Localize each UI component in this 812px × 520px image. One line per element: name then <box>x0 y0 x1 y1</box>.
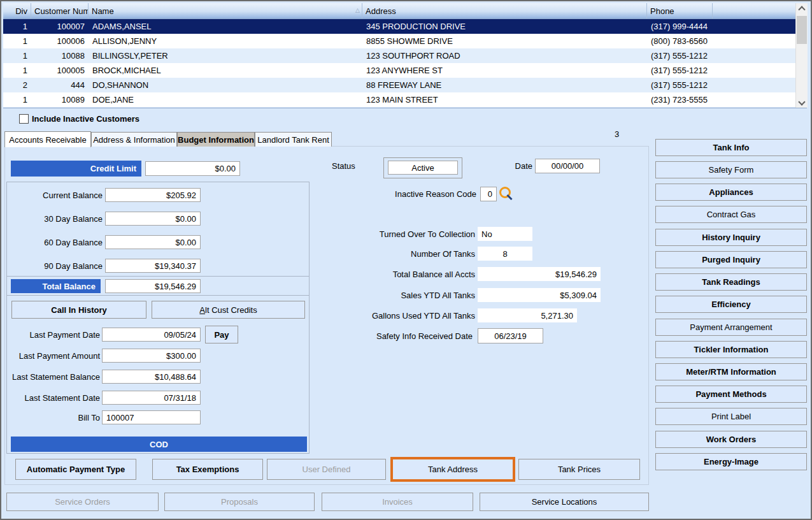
date-label: Date <box>492 160 532 171</box>
purged-inquiry-button[interactable]: Purged Inquiry <box>655 251 807 268</box>
automatic-payment-type-button[interactable]: Automatic Payment Type <box>15 459 136 480</box>
payment-methods-button[interactable]: Payment Methods <box>655 386 807 403</box>
last-statement-date-field[interactable]: 07/31/18 <box>102 391 201 405</box>
tab-budget-information[interactable]: Budget Information <box>177 132 255 147</box>
cell-customer-number: 444 <box>31 78 89 92</box>
balance-30-field[interactable]: $0.00 <box>105 212 201 226</box>
safety-info-date-label: Safety Info Received Date <box>320 328 473 343</box>
cell-phone: (317) 555-1212 <box>647 48 713 63</box>
table-row[interactable]: 1 10088 BILLINGSLY,PETER 123 SOUTHPORT R… <box>3 48 795 63</box>
inactive-reason-label: Inactive Reason Code <box>358 187 476 201</box>
inactive-reason-field[interactable]: 0 <box>480 187 497 201</box>
pay-button[interactable]: Pay <box>205 326 238 343</box>
appliances-button[interactable]: Appliances <box>655 184 807 201</box>
print-label-button[interactable]: Print Label <box>655 408 807 425</box>
cell-address: 123 ANYWHERE ST <box>362 63 647 78</box>
scroll-up-icon[interactable] <box>796 3 808 13</box>
balance-60-label: 60 Day Balance <box>8 235 103 249</box>
cell-name: DO,SHANNON <box>89 78 362 92</box>
balance-30-label: 30 Day Balance <box>8 212 103 226</box>
energy-image-button[interactable]: Energy-Image <box>655 453 807 470</box>
last-statement-balance-field[interactable]: $10,488.64 <box>102 370 201 384</box>
cell-customer-number: 100007 <box>31 19 89 34</box>
table-scrollbar[interactable] <box>795 3 808 108</box>
work-orders-button[interactable]: Work Orders <box>655 431 807 448</box>
cell-div: 1 <box>3 48 31 63</box>
table-row[interactable]: 2 444 DO,SHANNON 88 FREEWAY LANE (317) 5… <box>3 78 795 92</box>
cell-address: 88 FREEWAY LANE <box>362 78 647 92</box>
include-inactive-label: Include Inactive Customers <box>32 113 139 124</box>
record-count: 3 <box>615 129 619 139</box>
cell-div: 1 <box>3 19 31 34</box>
cell-address: 123 MAIN STREET <box>362 92 647 107</box>
table-row[interactable]: 1 100007 ADAMS,ANSEL 345 PRODUCTION DRIV… <box>3 19 795 34</box>
cell-phone: (317) 555-1212 <box>647 63 713 78</box>
column-header-phone[interactable]: Phone <box>647 3 713 18</box>
call-in-history-button[interactable]: Call In History <box>11 301 146 319</box>
credit-limit-field[interactable]: $0.00 <box>145 161 240 176</box>
sales-ytd-label: Sales YTD All Tanks <box>320 288 475 302</box>
tickler-information-button[interactable]: Tickler Information <box>655 341 807 358</box>
tab-address-information[interactable]: Address & Information <box>91 132 177 147</box>
safety-form-button[interactable]: Safety Form <box>655 161 807 178</box>
column-header-name[interactable]: Name △ <box>89 3 362 18</box>
cell-name: ALLISON,JENNY <box>89 34 362 48</box>
number-of-tanks-label: Number Of Tanks <box>320 247 475 261</box>
contract-gas-button[interactable]: Contract Gas <box>655 206 807 223</box>
bill-to-field[interactable]: 100007 <box>102 410 201 424</box>
meter-rtm-information-button[interactable]: Meter/RTM Information <box>655 363 807 380</box>
column-header-customer-number[interactable]: Customer Number <box>31 3 89 18</box>
cell-phone: (317) 555-1212 <box>647 78 713 92</box>
tank-info-button[interactable]: Tank Info <box>655 139 807 156</box>
bill-to-label: Bill To <box>36 410 100 424</box>
status-label: Status <box>332 160 355 171</box>
total-balance-field[interactable]: $19,546.29 <box>105 279 201 293</box>
current-balance-field[interactable]: $205.92 <box>105 188 201 202</box>
include-inactive-checkbox[interactable] <box>19 114 29 124</box>
total-balance-all-accts-field: $19,546.29 <box>478 267 601 281</box>
credit-limit-label: Credit Limit <box>11 161 141 177</box>
service-locations-button[interactable]: Service Locations <box>480 493 649 511</box>
alt-cust-credits-button[interactable]: Alt Cust Credits <box>152 301 305 319</box>
tab-accounts-receivable[interactable]: Accounts Receivable <box>4 131 91 147</box>
cell-phone: (800) 783-6560 <box>647 34 713 48</box>
history-inquiry-button[interactable]: History Inquiry <box>655 229 807 246</box>
cell-div: 1 <box>3 34 31 48</box>
table-row[interactable]: 1 100005 BROCK,MICHAEL 123 ANYWHERE ST (… <box>3 63 795 78</box>
scroll-down-icon[interactable] <box>796 98 808 108</box>
last-statement-balance-label: Last Statement Balance <box>4 370 100 384</box>
cell-address: 345 PRODUCTION DRIVE <box>362 19 647 34</box>
safety-info-date-field[interactable]: 06/23/19 <box>478 328 543 343</box>
scrollbar-thumb[interactable] <box>797 16 807 44</box>
tab-landlord-tank-rent[interactable]: Landlord Tank Rent <box>255 132 332 147</box>
efficiency-button[interactable]: Efficiency <box>655 296 807 313</box>
last-payment-date-field[interactable]: 09/05/24 <box>102 328 201 342</box>
table-row[interactable]: 1 10089 DOE,JANE 123 MAIN STREET (231) 7… <box>3 92 795 107</box>
cell-customer-number: 10089 <box>31 92 89 107</box>
payment-arrangement-button[interactable]: Payment Arrangement <box>655 319 807 336</box>
cell-name: DOE,JANE <box>89 92 362 107</box>
cell-phone: (231) 723-5555 <box>647 92 713 107</box>
number-of-tanks-field: 8 <box>478 247 532 261</box>
service-orders-button: Service Orders <box>6 493 159 511</box>
balance-90-field[interactable]: $19,340.37 <box>105 259 201 273</box>
divider <box>7 276 309 277</box>
balance-90-label: 90 Day Balance <box>8 259 103 273</box>
cell-name: BROCK,MICHAEL <box>89 63 362 78</box>
column-header-div[interactable]: Div <box>3 3 31 18</box>
lookup-magnifier-icon[interactable] <box>499 187 511 198</box>
gallons-used-ytd-field: 5,271.30 <box>478 308 577 322</box>
last-statement-date-label: Last Statement Date <box>4 391 100 405</box>
table-row[interactable]: 1 100006 ALLISON,JENNY 8855 SHOWME DRIVE… <box>3 34 795 48</box>
last-payment-amount-label: Last Payment Amount <box>4 349 100 363</box>
column-header-address[interactable]: Address <box>362 3 647 18</box>
total-balance-label: Total Balance <box>11 279 101 293</box>
tank-readings-button[interactable]: Tank Readings <box>655 273 807 291</box>
balance-60-field[interactable]: $0.00 <box>105 235 201 249</box>
tank-prices-button[interactable]: Tank Prices <box>518 459 640 480</box>
tank-address-button[interactable]: Tank Address <box>390 457 515 482</box>
last-payment-amount-field[interactable]: $300.00 <box>102 349 201 363</box>
date-field[interactable]: 00/00/00 <box>535 159 600 173</box>
tax-exemptions-button[interactable]: Tax Exemptions <box>152 459 263 480</box>
cell-div: 1 <box>3 92 31 107</box>
